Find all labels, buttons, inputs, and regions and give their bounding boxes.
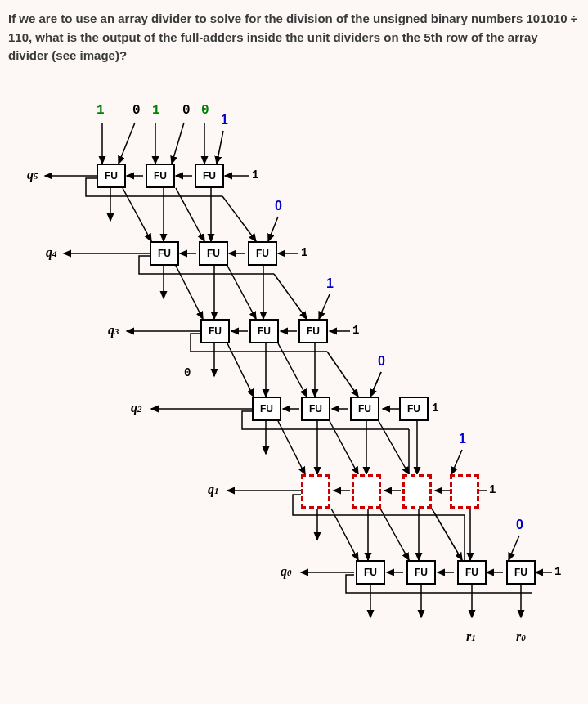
fu-r3-c1: FU xyxy=(249,319,279,343)
r0-label: r0 xyxy=(516,630,526,644)
svg-line-64 xyxy=(432,509,462,560)
top-bit-2: 1 xyxy=(152,103,160,118)
dividend-bit-r3: 1 xyxy=(326,276,334,291)
fu-r6-c2: FU xyxy=(457,560,487,585)
fu-r3-c2: FU xyxy=(298,319,328,343)
fu-r4-c1: FU xyxy=(301,397,330,421)
fu-r6-c0: FU xyxy=(356,560,385,585)
diagram-lines xyxy=(8,82,581,687)
fu-r2-c2: FU xyxy=(248,241,277,266)
svg-line-52 xyxy=(451,450,462,474)
svg-line-39 xyxy=(370,372,381,397)
q2-label: q2 xyxy=(131,401,142,415)
dividend-bit-r6: 0 xyxy=(516,518,523,532)
fu-r5-c3-highlighted xyxy=(450,474,479,509)
svg-line-60 xyxy=(331,509,358,560)
carry-in-r6: 1 xyxy=(554,565,561,578)
fu-r4-c0: FU xyxy=(252,397,281,421)
q1-label: q1 xyxy=(208,482,219,497)
fu-r2-c1: FU xyxy=(199,241,228,266)
row1-top-in: 1 xyxy=(221,113,228,128)
top-bit-0: 0 xyxy=(201,103,209,118)
fu-r2-c0: FU xyxy=(150,241,179,266)
r1-label: r1 xyxy=(466,630,476,644)
svg-line-66 xyxy=(509,536,519,560)
fu-r5-c1-highlighted xyxy=(352,474,381,509)
svg-line-37 xyxy=(327,352,358,397)
carry-in-r4: 1 xyxy=(432,401,438,415)
svg-line-15 xyxy=(222,196,256,241)
array-divider-diagram: 1 0 1 0 0 1 0 1 0 1 0 1 1 1 1 1 1 0 q5 q… xyxy=(8,82,581,687)
carry-in-r3: 1 xyxy=(352,324,359,337)
top-bit-1: 0 xyxy=(182,103,191,118)
q3-label: q3 xyxy=(108,323,119,338)
fu-r5-c2-highlighted xyxy=(402,474,432,509)
top-bit-4: 1 xyxy=(97,103,105,118)
fu-r6-c1: FU xyxy=(406,560,436,585)
question-text: If we are to use an array divider to sol… xyxy=(8,10,580,65)
svg-line-3 xyxy=(172,123,184,164)
top-bit-3: 0 xyxy=(132,103,141,118)
fu-r4-c3: FU xyxy=(399,397,429,421)
fu-r1-c1: FU xyxy=(146,164,175,188)
dividend-bit-r2: 0 xyxy=(275,199,282,213)
q0-label: q0 xyxy=(281,564,292,579)
carry-in-r5: 1 xyxy=(489,483,496,496)
dividend-bit-r5: 1 xyxy=(459,432,466,446)
q5-label: q5 xyxy=(27,168,38,182)
fu-r1-c2: FU xyxy=(195,164,224,188)
fu-r4-c2: FU xyxy=(350,397,379,421)
side-zero: 0 xyxy=(184,366,191,379)
svg-line-5 xyxy=(217,131,223,164)
carry-in-r2: 1 xyxy=(301,246,307,259)
fu-r1-c0: FU xyxy=(97,164,126,188)
fu-r5-c0-highlighted xyxy=(301,474,330,509)
svg-line-27 xyxy=(319,294,330,319)
dividend-bit-r4: 0 xyxy=(378,354,385,369)
fu-r6-c3: FU xyxy=(506,560,536,585)
svg-line-26 xyxy=(274,274,307,319)
svg-line-16 xyxy=(268,217,278,241)
svg-line-1 xyxy=(119,123,135,164)
fu-r3-c0: FU xyxy=(200,319,230,343)
q4-label: q4 xyxy=(46,245,57,260)
carry-in-r1: 1 xyxy=(252,168,258,182)
svg-line-62 xyxy=(380,509,409,560)
